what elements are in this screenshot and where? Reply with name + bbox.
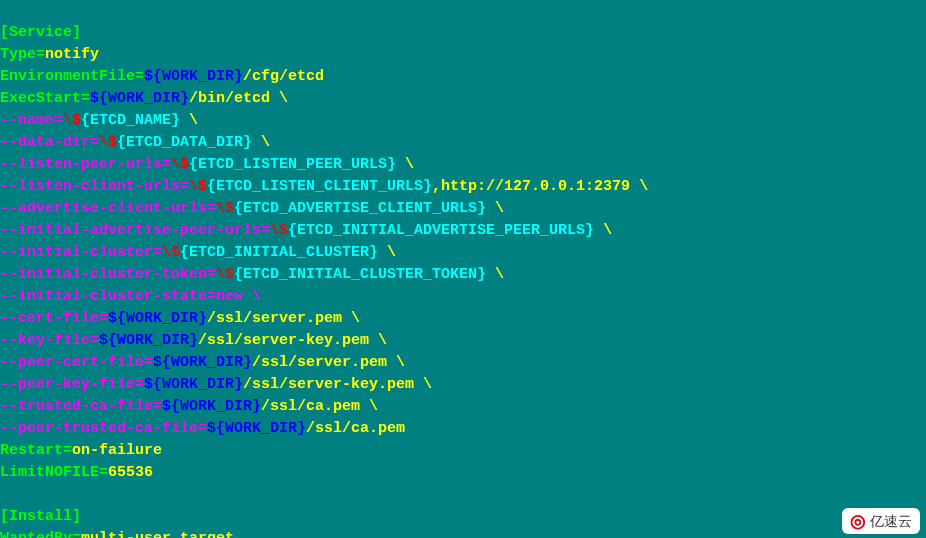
acu-escape: \$ [216,200,234,217]
datadir-flag: --data-dir= [0,134,99,151]
bs-8: \ [486,266,504,283]
pkeyfile-flag: --peer-key-file= [0,376,144,393]
execstart-key: ExecStart= [0,90,90,107]
certfile-suffix: /ssl/server.pem \ [207,310,360,327]
type-val: notify [45,46,99,63]
ic-var: {ETCD_INITIAL_CLUSTER} [180,244,378,261]
bs-6: \ [594,222,612,239]
pcertfile-flag: --peer-cert-file= [0,354,153,371]
name-var: {ETCD_NAME} [81,112,180,129]
iapu-var: {ETCD_INITIAL_ADVERTISE_PEER_URLS} [288,222,594,239]
workdir-5: ${WORK_DIR} [153,354,252,371]
ics-line: --initial-cluster-state=new \ [0,288,261,305]
restart-val: on-failure [72,442,162,459]
keyfile-suffix: /ssl/server-key.pem \ [198,332,387,349]
workdir-2: ${WORK_DIR} [90,90,189,107]
ptcafile-flag: --peer-trusted-ca-file= [0,420,207,437]
code-block: [Service] Type=notify EnvironmentFile=${… [0,0,926,538]
workdir-1: ${WORK_DIR} [144,68,243,85]
datadir-escape: \$ [99,134,117,151]
workdir-6: ${WORK_DIR} [144,376,243,393]
envfile-suffix: /cfg/etcd [243,68,324,85]
certfile-flag: --cert-file= [0,310,108,327]
ict-escape: \$ [216,266,234,283]
lpu-escape: \$ [171,156,189,173]
acu-var: {ETCD_ADVERTISE_CLIENT_URLS} [234,200,486,217]
lcu-var: {ETCD_LISTEN_CLIENT_URLS} [207,178,432,195]
watermark: ◎ 亿速云 [842,508,920,534]
workdir-3: ${WORK_DIR} [108,310,207,327]
bs-7: \ [378,244,396,261]
name-flag: --name= [0,112,63,129]
ptcafile-suffix: /ssl/ca.pem [306,420,405,437]
section-service: [Service] [0,24,81,41]
workdir-7: ${WORK_DIR} [162,398,261,415]
name-escape: \$ [63,112,81,129]
pkeyfile-suffix: /ssl/server-key.pem \ [243,376,432,393]
workdir-8: ${WORK_DIR} [207,420,306,437]
bs-2: \ [252,134,270,151]
pcertfile-suffix: /ssl/server.pem \ [252,354,405,371]
wantedby-val: multi-user.target [81,530,234,538]
envfile-key: EnvironmentFile= [0,68,144,85]
iapu-escape: \$ [270,222,288,239]
ic-escape: \$ [162,244,180,261]
datadir-var: {ETCD_DATA_DIR} [117,134,252,151]
limit-val: 65536 [108,464,153,481]
section-install: [Install] [0,508,81,525]
lpu-flag: --listen-peer-urls= [0,156,171,173]
bs-1: \ [180,112,198,129]
lcu-flag: --listen-client-urls= [0,178,189,195]
limit-key: LimitNOFILE= [0,464,108,481]
lcu-escape: \$ [189,178,207,195]
ic-flag: --initial-cluster= [0,244,162,261]
execstart-suffix: /bin/etcd \ [189,90,288,107]
tcafile-suffix: /ssl/ca.pem \ [261,398,378,415]
watermark-text: 亿速云 [870,510,912,532]
workdir-4: ${WORK_DIR} [99,332,198,349]
bs-5: \ [486,200,504,217]
wantedby-key: WantedBy= [0,530,81,538]
lcu-extra: ,http://127.0.0.1:2379 \ [432,178,648,195]
bs-3: \ [396,156,414,173]
lpu-var: {ETCD_LISTEN_PEER_URLS} [189,156,396,173]
acu-flag: --advertise-client-urls= [0,200,216,217]
ict-var: {ETCD_INITIAL_CLUSTER_TOKEN} [234,266,486,283]
keyfile-flag: --key-file= [0,332,99,349]
ict-flag: --initial-cluster-token= [0,266,216,283]
iapu-flag: --initial-advertise-peer-urls= [0,222,270,239]
tcafile-flag: --trusted-ca-file= [0,398,162,415]
type-key: Type= [0,46,45,63]
restart-key: Restart= [0,442,72,459]
watermark-icon: ◎ [850,510,866,532]
